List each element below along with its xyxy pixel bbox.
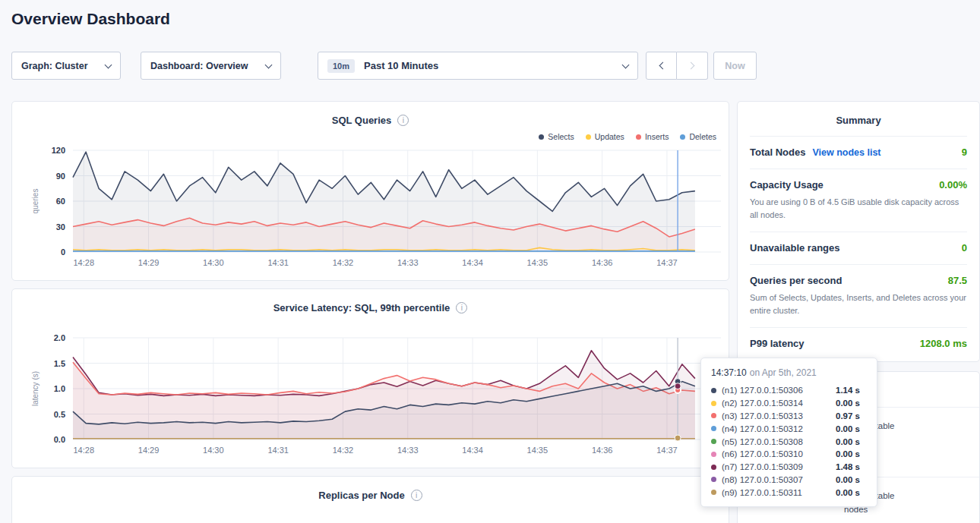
legend-label: Updates (595, 132, 624, 141)
svg-text:90: 90 (56, 172, 65, 181)
tooltip-row: (n7) 127.0.0.1:503091.48 s (711, 461, 860, 474)
tooltip-node-value: 0.00 s (836, 488, 860, 497)
tooltip-row: (n8) 127.0.0.1:503070.00 s (711, 473, 860, 486)
tooltip-rows: (n1) 127.0.0.1:503061.14 s(n2) 127.0.0.1… (711, 384, 860, 499)
node-color-dot-icon (711, 426, 716, 431)
summary-row: Total NodesView nodes list9 (750, 136, 967, 169)
time-back-button[interactable] (646, 52, 677, 80)
tooltip-node-value: 1.14 s (836, 386, 860, 395)
svg-text:14:37: 14:37 (656, 446, 678, 455)
info-icon[interactable]: i (397, 115, 409, 126)
graph-dropdown[interactable]: Graph: Cluster (11, 52, 121, 80)
svg-text:14:30: 14:30 (203, 446, 224, 455)
tooltip-node-value: 0.97 s (836, 411, 860, 421)
svg-text:14:28: 14:28 (73, 258, 94, 267)
node-color-dot-icon (711, 452, 716, 457)
summary-label: Queries per second (750, 275, 842, 286)
svg-text:14:31: 14:31 (267, 258, 289, 267)
service-latency-header: Service Latency: SQL, 99th percentile i (12, 289, 729, 332)
summary-row: Unavailable ranges0 (750, 232, 967, 264)
tooltip-node-label: (n1) 127.0.0.1:50306 (722, 386, 803, 395)
svg-text:60: 60 (56, 197, 65, 206)
summary-row: P99 latency1208.0 ms (750, 327, 967, 360)
svg-text:14:36: 14:36 (592, 258, 613, 267)
svg-text:30: 30 (56, 222, 65, 232)
legend-item-inserts[interactable]: Inserts (636, 132, 669, 141)
legend-item-deletes[interactable]: Deletes (680, 132, 716, 141)
legend-item-selects[interactable]: Selects (539, 132, 574, 141)
tooltip-node-value: 0.00 s (836, 424, 860, 433)
svg-text:14:36: 14:36 (592, 446, 613, 455)
summary-rows: Total NodesView nodes list9Capacity Usag… (750, 136, 967, 360)
node-color-dot-icon (711, 477, 716, 482)
dashboard-dropdown-label: Dashboard: Overview (150, 61, 248, 71)
svg-text:0: 0 (61, 247, 65, 257)
tooltip-node-label: (n4) 127.0.0.1:50312 (722, 424, 803, 433)
now-button[interactable]: Now (713, 52, 757, 80)
svg-text:14:32: 14:32 (333, 446, 354, 455)
tooltip-row: (n5) 127.0.0.1:503080.00 s (711, 435, 860, 448)
svg-text:14:34: 14:34 (462, 446, 483, 455)
svg-text:14:34: 14:34 (462, 258, 483, 267)
svg-text:queries: queries (31, 189, 40, 214)
chevron-right-icon (688, 62, 695, 70)
sql-queries-panel: SQL Queries i SelectsUpdatesInsertsDelet… (11, 101, 729, 281)
tooltip-row: (n1) 127.0.0.1:503061.14 s (711, 384, 860, 397)
summary-value: 0.00% (939, 179, 967, 191)
svg-text:14:33: 14:33 (397, 258, 419, 267)
summary-panel: Summary Total NodesView nodes list9Capac… (737, 101, 980, 362)
service-latency-chart[interactable]: 14:2814:2914:3014:3114:3214:3314:3414:35… (12, 332, 729, 459)
svg-text:2.0: 2.0 (54, 333, 65, 342)
tooltip-row: (n2) 127.0.0.1:503140.00 s (711, 397, 860, 410)
tooltip-node-label: (n6) 127.0.0.1:50310 (722, 449, 803, 458)
tooltip-row: (n6) 127.0.0.1:503100.00 s (711, 448, 860, 461)
tooltip-node-value: 0.00 s (836, 399, 860, 408)
tooltip-node-value: 1.48 s (836, 462, 860, 471)
charts-column: SQL Queries i SelectsUpdatesInsertsDelet… (11, 101, 729, 523)
sql-legend: SelectsUpdatesInsertsDeletes (539, 132, 716, 141)
view-nodes-list-link[interactable]: View nodes list (812, 147, 880, 158)
summary-title: Summary (750, 102, 967, 136)
info-icon[interactable]: i (456, 302, 467, 313)
legend-label: Inserts (645, 132, 669, 141)
summary-subtext: You are using 0 B of 4.5 GiB usable disk… (750, 196, 967, 221)
chart-title: Replicas per Node (318, 490, 404, 501)
summary-label: Total Nodes (750, 147, 805, 158)
node-color-dot-icon (711, 439, 716, 444)
summary-row: Capacity Usage0.00%You are using 0 B of … (750, 169, 967, 232)
tooltip-node-label: (n8) 127.0.0.1:50307 (722, 475, 803, 484)
svg-text:14:33: 14:33 (397, 446, 419, 455)
legend-dot-icon (539, 134, 544, 140)
replicas-per-node-header: Replicas per Node i (12, 477, 729, 519)
svg-text:14:29: 14:29 (138, 258, 160, 267)
legend-dot-icon (636, 134, 641, 140)
time-range-selector[interactable]: 10m Past 10 Minutes (318, 52, 638, 80)
svg-text:120: 120 (52, 146, 65, 155)
summary-value: 87.5 (948, 275, 967, 286)
tooltip-node-label: (n7) 127.0.0.1:50309 (722, 462, 803, 471)
svg-text:1.5: 1.5 (54, 359, 65, 368)
time-forward-button[interactable] (677, 52, 708, 80)
summary-label: P99 latency (750, 338, 805, 349)
chart-tooltip: 14:37:10on Apr 5th, 2021 (n1) 127.0.0.1:… (700, 358, 877, 507)
tooltip-node-label: (n3) 127.0.0.1:50313 (722, 411, 803, 421)
tooltip-node-value: 0.00 s (836, 475, 860, 484)
legend-dot-icon (680, 134, 685, 140)
legend-label: Selects (548, 132, 574, 141)
chart-title: Service Latency: SQL, 99th percentile (273, 302, 450, 313)
tooltip-node-label: (n9) 127.0.0.1:50311 (722, 488, 802, 497)
tooltip-row: (n4) 127.0.0.1:503120.00 s (711, 422, 860, 435)
chevron-down-icon (622, 61, 630, 68)
tooltip-date: on Apr 5th, 2021 (750, 367, 817, 378)
time-range-badge: 10m (327, 59, 355, 73)
summary-value: 0 (962, 242, 967, 254)
sql-queries-chart[interactable]: 14:2814:2914:3014:3114:3214:3314:3414:35… (12, 144, 729, 272)
dashboard-dropdown[interactable]: Dashboard: Overview (141, 52, 281, 80)
info-icon[interactable]: i (411, 490, 422, 501)
svg-text:14:35: 14:35 (527, 258, 548, 267)
summary-value: 1208.0 ms (920, 338, 967, 349)
summary-label: Unavailable ranges (750, 242, 840, 254)
tooltip-node-label: (n5) 127.0.0.1:50308 (722, 437, 803, 446)
legend-item-updates[interactable]: Updates (586, 132, 624, 141)
svg-text:0.0: 0.0 (54, 435, 65, 444)
